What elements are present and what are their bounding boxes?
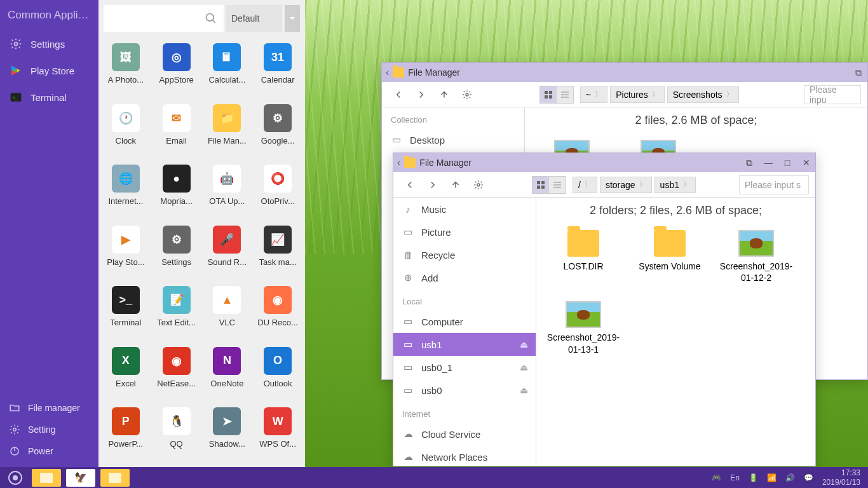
app-google-[interactable]: ⚙Google... xyxy=(253,104,302,158)
nav-forward-button[interactable] xyxy=(411,85,431,105)
side-item-cloud-service[interactable]: ☁Cloud Service xyxy=(393,423,536,445)
breadcrumb-segment[interactable]: usb1〉 xyxy=(654,177,696,193)
app-terminal[interactable]: >_Terminal xyxy=(101,286,151,339)
file-item[interactable]: System Volume xyxy=(638,230,702,283)
app-du-reco-[interactable]: ◉DU Reco... xyxy=(253,286,302,339)
nav-up-button[interactable] xyxy=(445,175,466,195)
app-outlook[interactable]: OOutlook xyxy=(253,347,302,400)
app-netease-[interactable]: ◉NetEase... xyxy=(152,347,201,400)
app-shadow-[interactable]: ➤Shadow... xyxy=(203,407,252,461)
close-button[interactable]: ✕ xyxy=(801,158,811,168)
maximize-button[interactable]: □ xyxy=(782,158,792,168)
taskbar-filemanager-1[interactable] xyxy=(32,469,61,487)
settings-button[interactable] xyxy=(468,175,489,195)
app-clock[interactable]: 🕐Clock xyxy=(101,104,151,158)
app-otopriv-[interactable]: ⭕OtoPriv... xyxy=(253,165,302,218)
sidebar-item-terminal[interactable]: >_Terminal xyxy=(0,84,98,111)
back-icon[interactable]: ‹ xyxy=(397,157,400,168)
side-item-usb0[interactable]: ▭usb0⏏ xyxy=(393,379,536,402)
sidebar-item-playstore[interactable]: Play Store xyxy=(0,57,98,84)
file-item[interactable]: LOST.DIR xyxy=(552,230,615,283)
view-list-button[interactable] xyxy=(549,177,566,193)
app-calculat-[interactable]: 🖩Calculat... xyxy=(203,43,252,97)
app-a-photo-[interactable]: 🖼A Photo... xyxy=(101,43,151,97)
side-item-computer[interactable]: ▭Computer xyxy=(393,310,536,333)
svg-rect-10 xyxy=(549,91,552,94)
app-label: Mopria... xyxy=(154,196,200,206)
app-mopria-[interactable]: ●Mopria... xyxy=(152,165,201,218)
app-excel[interactable]: XExcel xyxy=(101,347,151,400)
side-item-add[interactable]: ⊕Add xyxy=(393,266,536,289)
app-powerp-[interactable]: PPowerP... xyxy=(101,407,151,461)
app-wps-of-[interactable]: WWPS Of... xyxy=(253,407,302,461)
side-item-usb01[interactable]: ▭usb0_1⏏ xyxy=(393,356,536,379)
eject-icon[interactable]: ⏏ xyxy=(520,385,528,395)
nav-forward-button[interactable] xyxy=(423,175,443,195)
side-item-network-places[interactable]: ☁Network Places xyxy=(393,445,536,466)
app-play-sto-[interactable]: ▶Play Sto... xyxy=(101,226,151,279)
sidebar-item-filemanager[interactable]: File manager xyxy=(0,397,98,419)
file-manager-window-front[interactable]: ‹ File Manager ⧉ — □ ✕ /〉storage〉usb1〉 P… xyxy=(393,152,816,466)
breadcrumb-segment[interactable]: Screenshots〉 xyxy=(667,86,739,103)
app-internet-[interactable]: 🌐Internet... xyxy=(101,165,151,218)
sidebar-item-settings[interactable]: Settings xyxy=(0,30,98,57)
app-vlc[interactable]: ▲VLC xyxy=(203,286,252,339)
tray-wifi-icon[interactable]: 📶 xyxy=(767,473,776,482)
tray-clock[interactable]: 17:33 2019/01/13 xyxy=(822,468,860,487)
sort-dropdown[interactable]: Default xyxy=(226,5,282,32)
view-list-button[interactable] xyxy=(557,86,573,103)
app-label: DU Reco... xyxy=(255,318,301,327)
settings-button[interactable] xyxy=(457,85,477,105)
search-input[interactable] xyxy=(104,5,224,32)
breadcrumb-segment[interactable]: ~〉 xyxy=(580,86,607,103)
tray-joystick-icon[interactable]: 🎮 xyxy=(712,473,721,482)
pin-icon[interactable]: ⧉ xyxy=(853,67,864,78)
app-onenote[interactable]: NOneNote xyxy=(203,347,252,400)
app-qq[interactable]: 🐧QQ xyxy=(152,407,201,461)
breadcrumb-segment[interactable]: Pictures〉 xyxy=(610,86,665,103)
sidebar-item-setting[interactable]: Setting xyxy=(0,419,98,440)
app-sound-r-[interactable]: 🎤Sound R... xyxy=(203,226,252,279)
side-item-picture[interactable]: ▭Picture xyxy=(393,220,536,243)
file-item[interactable]: Screenshot_2019-01-13-1 xyxy=(552,301,615,355)
tray-volume-icon[interactable]: 🔊 xyxy=(785,473,795,482)
eject-icon[interactable]: ⏏ xyxy=(520,362,528,372)
sidebar-item-power[interactable]: Power xyxy=(0,440,98,462)
app-email[interactable]: ✉Email xyxy=(152,104,201,158)
minimize-button[interactable]: — xyxy=(763,158,773,168)
taskbar-browser[interactable]: 🦅 xyxy=(66,469,95,487)
app-task-ma-[interactable]: 📈Task ma... xyxy=(253,226,302,279)
side-item-music[interactable]: ♪Music xyxy=(393,198,536,220)
app-calendar[interactable]: 31Calendar xyxy=(253,43,302,97)
app-file-man-[interactable]: 📁File Man... xyxy=(203,104,252,158)
eject-icon[interactable]: ⏏ xyxy=(520,339,528,349)
nav-up-button[interactable] xyxy=(434,85,454,105)
file-item[interactable]: Screenshot_2019-01-12-2 xyxy=(724,230,788,283)
titlebar[interactable]: ‹ File Manager ⧉ xyxy=(382,63,867,82)
start-button[interactable] xyxy=(4,469,27,487)
side-item-recycle[interactable]: 🗑Recycle xyxy=(393,243,536,266)
app-appstore[interactable]: ◎AppStore xyxy=(152,43,201,97)
breadcrumb-segment[interactable]: /〉 xyxy=(573,177,597,193)
search-field[interactable]: Please inpu xyxy=(804,85,861,104)
nav-back-button[interactable] xyxy=(400,175,420,195)
titlebar[interactable]: ‹ File Manager ⧉ — □ ✕ xyxy=(393,153,815,172)
nav-back-button[interactable] xyxy=(388,85,409,105)
tray-battery-icon[interactable]: 🔋 xyxy=(749,473,758,482)
search-field[interactable]: Please input s xyxy=(739,175,809,194)
app-ota-up-[interactable]: 🤖OTA Up... xyxy=(203,165,252,218)
side-item-desktop[interactable]: ▭ Desktop xyxy=(382,128,524,151)
view-grid-button[interactable] xyxy=(540,86,557,103)
tray-notifications-icon[interactable]: 💬 xyxy=(804,473,813,482)
side-item-usb1[interactable]: ▭usb1⏏ xyxy=(393,333,536,356)
tray-lang[interactable]: En xyxy=(730,473,740,482)
breadcrumb-segment[interactable]: storage〉 xyxy=(600,177,652,193)
app-text-edit-[interactable]: 📝Text Edit... xyxy=(152,286,201,339)
app-settings[interactable]: ⚙Settings xyxy=(152,226,201,279)
back-icon[interactable]: ‹ xyxy=(386,67,389,78)
pin-icon[interactable]: ⧉ xyxy=(744,158,754,168)
sort-dropdown-chevron[interactable] xyxy=(285,5,300,32)
view-grid-button[interactable] xyxy=(532,177,549,193)
taskbar-filemanager-2[interactable] xyxy=(100,469,130,487)
folder-icon xyxy=(393,67,404,78)
